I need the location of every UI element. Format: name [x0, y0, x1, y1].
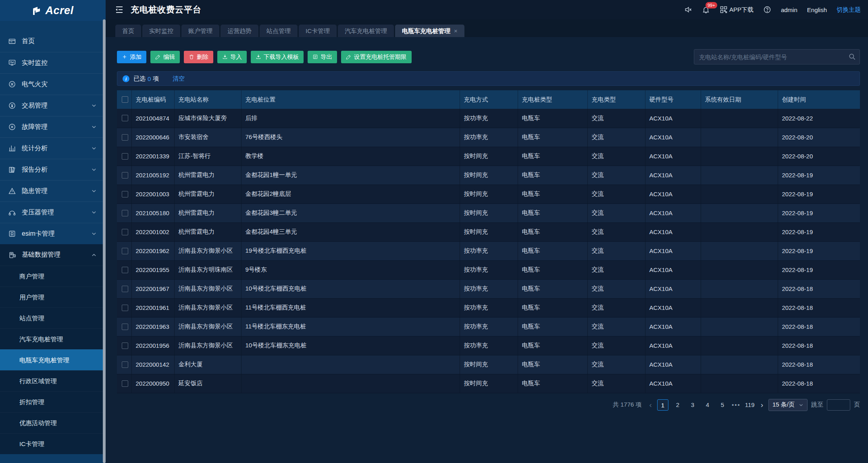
sidebar-item-汽车充电桩管理[interactable]: 汽车充电桩管理 — [0, 328, 106, 349]
row-checkbox[interactable] — [122, 305, 128, 311]
sidebar: Acrel 首页实时监控电气火灾交易管理故障管理统计分析报告分析隐患管理变压器管… — [0, 0, 106, 463]
user-menu[interactable]: admin — [781, 6, 797, 13]
select-all-checkbox[interactable] — [122, 96, 128, 103]
collapse-sidebar-icon[interactable] — [114, 5, 124, 15]
notification-bell-icon[interactable]: 99+ — [702, 6, 710, 14]
sidebar-item-基础数据管理[interactable]: 基础数据管理 — [0, 244, 106, 266]
row-checkbox[interactable] — [122, 286, 128, 292]
theme-switch-link[interactable]: 切换主题 — [837, 6, 861, 14]
clear-selection-link[interactable]: 清空 — [173, 75, 185, 83]
sidebar-item-故障管理[interactable]: 故障管理 — [0, 116, 106, 137]
设置充电桩托管期限-button[interactable]: 设置充电桩托管期限 — [341, 51, 412, 63]
row-checkbox[interactable] — [122, 380, 128, 387]
search-icon[interactable] — [848, 53, 856, 60]
table-cell: 10号楼北车棚东充电桩 — [241, 336, 460, 355]
添加-button[interactable]: 添加 — [117, 51, 146, 63]
page-3[interactable]: 3 — [687, 399, 698, 411]
row-checkbox[interactable] — [122, 267, 128, 273]
table-cell: 按时间充 — [460, 166, 518, 185]
row-checkbox[interactable] — [122, 172, 128, 179]
sidebar-item-用户管理[interactable]: 用户管理 — [0, 287, 106, 307]
sidebar-item-站点管理[interactable]: 站点管理 — [0, 307, 106, 328]
row-checkbox[interactable] — [122, 191, 128, 197]
sidebar-item-优惠活动管理[interactable]: 优惠活动管理 — [0, 412, 106, 433]
sidebar-item-实时监控[interactable]: 实时监控 — [0, 52, 106, 73]
page-4[interactable]: 4 — [702, 399, 713, 411]
sidebar-item-esim卡管理[interactable]: esim卡管理 — [0, 223, 106, 244]
tab-站点管理[interactable]: 站点管理 — [260, 25, 298, 37]
sidebar-item-IC卡管理[interactable]: IC卡管理 — [0, 433, 106, 454]
tab-实时监控[interactable]: 实时监控 — [142, 25, 180, 37]
tab-汽车充电桩管理[interactable]: 汽车充电桩管理 — [338, 25, 394, 37]
table-cell: 杭州雷霆电力 — [174, 203, 241, 222]
app-download[interactable]: APP下载 — [720, 6, 754, 14]
info-icon: i — [123, 75, 129, 82]
page-5[interactable]: 5 — [717, 399, 728, 411]
row-checkbox[interactable] — [122, 134, 128, 141]
column-header-充电方式: 充电方式 — [460, 90, 518, 109]
table-cell: 电瓶车 — [518, 374, 587, 393]
close-tab-icon[interactable]: × — [454, 25, 458, 37]
table-row: 2022001003杭州雷霆电力金都花园2幢底层按时间充电瓶车交流ACX10A2… — [117, 185, 860, 203]
row-checkbox[interactable] — [122, 361, 128, 368]
help-icon[interactable] — [763, 6, 771, 14]
row-checkbox[interactable] — [122, 153, 128, 160]
row-checkbox[interactable] — [122, 229, 128, 235]
sidebar-item-统计分析[interactable]: 统计分析 — [0, 137, 106, 159]
next-page-icon[interactable]: › — [759, 400, 765, 410]
table-cell: 电瓶车 — [518, 128, 587, 147]
sidebar-item-交易管理[interactable]: 交易管理 — [0, 95, 106, 116]
jump-suffix: 页 — [854, 401, 860, 409]
row-checkbox[interactable] — [122, 210, 128, 216]
sidebar-item-折扣管理[interactable]: 折扣管理 — [0, 391, 106, 412]
logo: Acrel — [0, 0, 106, 21]
sidebar-item-隐患管理[interactable]: 隐患管理 — [0, 180, 106, 201]
main-content: 添加编辑删除导入下载导入模板导出设置充电桩托管期限 i 已选 0 项 清空 充电… — [106, 37, 868, 463]
sidebar-item-首页[interactable]: 首页 — [0, 31, 106, 52]
导出-button[interactable]: 导出 — [308, 51, 337, 63]
page-ellipsis[interactable]: ••• — [732, 401, 741, 408]
toolbar-buttons: 添加编辑删除导入下载导入模板导出设置充电桩托管期限 — [117, 51, 416, 63]
tab-运营趋势[interactable]: 运营趋势 — [221, 25, 258, 37]
sidebar-item-电瓶车充电桩管理[interactable]: 电瓶车充电桩管理 — [0, 349, 106, 370]
tab-账户管理[interactable]: 账户管理 — [181, 25, 219, 37]
page-2[interactable]: 2 — [672, 399, 683, 411]
tab-首页[interactable]: 首页 — [115, 25, 141, 37]
prev-page-icon[interactable]: ‹ — [648, 400, 654, 410]
stats-icon — [8, 144, 16, 152]
sidebar-item-行政区域管理[interactable]: 行政区域管理 — [0, 370, 106, 391]
sidebar-item-商户管理[interactable]: 商户管理 — [0, 266, 106, 287]
search-box — [694, 49, 860, 64]
app-download-label: APP下载 — [729, 6, 754, 14]
search-input[interactable] — [694, 49, 860, 64]
下载导入模板-button[interactable]: 下载导入模板 — [251, 51, 304, 63]
sidebar-item-电气火灾[interactable]: 电气火灾 — [0, 73, 106, 95]
row-checkbox-cell — [117, 260, 131, 279]
row-checkbox[interactable] — [122, 115, 128, 121]
sidebar-item-label: 故障管理 — [22, 123, 91, 131]
table-cell: 交流 — [587, 241, 645, 260]
sidebar-item-变压器管理[interactable]: 变压器管理 — [0, 201, 106, 223]
sidebar-scrollbar[interactable] — [103, 19, 106, 463]
column-header-系统有效日期: 系统有效日期 — [701, 90, 778, 109]
jump-page-input[interactable] — [827, 399, 850, 411]
table-cell: ACX10A — [645, 185, 701, 203]
page-size-select[interactable]: 15 条/页 — [768, 399, 808, 411]
table-cell: 2022001963 — [131, 317, 174, 336]
tab-IC卡管理[interactable]: IC卡管理 — [299, 25, 337, 37]
toolbar: 添加编辑删除导入下载导入模板导出设置充电桩托管期限 — [117, 49, 860, 64]
编辑-button[interactable]: 编辑 — [150, 51, 180, 63]
tab-电瓶车充电桩管理[interactable]: 电瓶车充电桩管理× — [395, 25, 464, 37]
删除-button[interactable]: 删除 — [184, 51, 213, 63]
edit-icon — [155, 54, 161, 60]
mute-icon[interactable] — [684, 6, 692, 14]
sidebar-item-报告分析[interactable]: 报告分析 — [0, 159, 106, 180]
page-119[interactable]: 119 — [744, 399, 756, 411]
row-checkbox[interactable] — [122, 324, 128, 330]
导入-button[interactable]: 导入 — [217, 51, 247, 63]
row-checkbox[interactable] — [122, 343, 128, 349]
row-checkbox-cell — [117, 128, 131, 147]
language-switch[interactable]: English — [807, 6, 827, 13]
row-checkbox[interactable] — [122, 248, 128, 254]
page-1[interactable]: 1 — [657, 399, 668, 411]
